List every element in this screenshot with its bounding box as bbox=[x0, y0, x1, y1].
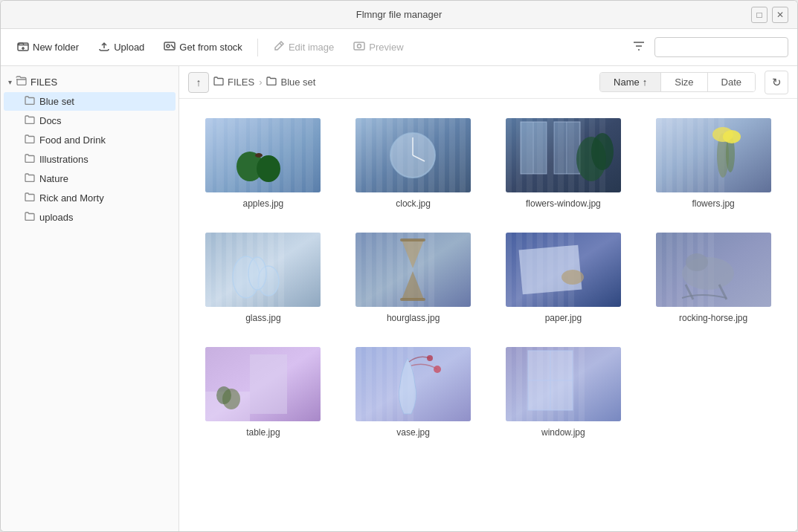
file-item-table[interactable]: table.jpg bbox=[197, 343, 329, 442]
folder-icon-illustrations bbox=[25, 154, 35, 165]
folder-icon-root bbox=[16, 76, 27, 88]
svg-point-125 bbox=[427, 355, 433, 361]
file-name-glass: glass.jpg bbox=[245, 313, 280, 323]
file-name-clock: clock.jpg bbox=[396, 198, 431, 209]
svg-rect-69 bbox=[226, 233, 232, 307]
file-item-hourglass[interactable]: hourglass.jpg bbox=[347, 228, 480, 328]
new-folder-button[interactable]: New folder bbox=[10, 36, 86, 59]
close-button[interactable]: ✕ bbox=[772, 7, 788, 23]
titlebar: Flmngr file manager □ ✕ bbox=[1, 1, 797, 29]
svg-rect-86 bbox=[428, 233, 434, 307]
svg-rect-81 bbox=[376, 233, 382, 307]
breadcrumb-root-label: FILES bbox=[228, 77, 254, 88]
svg-rect-23 bbox=[355, 118, 361, 192]
svg-rect-120 bbox=[376, 347, 382, 421]
svg-rect-17 bbox=[295, 118, 302, 192]
svg-point-4 bbox=[167, 45, 170, 48]
preview-label: Preview bbox=[369, 42, 403, 53]
svg-rect-56 bbox=[666, 118, 672, 192]
upload-button[interactable]: Upload bbox=[91, 36, 152, 59]
svg-rect-68 bbox=[216, 233, 222, 307]
svg-rect-32 bbox=[449, 118, 455, 192]
refresh-button[interactable]: ↻ bbox=[765, 71, 788, 94]
sidebar-item-label-food-and-drink: Food and Drink bbox=[39, 134, 106, 146]
sidebar-item-docs[interactable]: Docs bbox=[4, 111, 176, 130]
sort-size-label: Size bbox=[675, 77, 693, 88]
file-thumb-apples bbox=[205, 118, 321, 192]
file-item-window[interactable]: window.jpg bbox=[498, 343, 630, 442]
svg-point-21 bbox=[255, 153, 263, 158]
svg-rect-80 bbox=[366, 233, 372, 307]
sidebar-item-uploads[interactable]: uploads bbox=[4, 208, 176, 227]
sidebar: ▾ FILES Blue set Docs Food and Drink Ill… bbox=[1, 66, 179, 531]
file-item-vase[interactable]: vase.jpg bbox=[347, 343, 480, 442]
svg-rect-59 bbox=[698, 118, 704, 192]
upload-label: Upload bbox=[114, 42, 144, 53]
file-thumb-glass bbox=[205, 233, 321, 307]
file-item-rocking-horse[interactable]: rocking-horse.jpg bbox=[647, 228, 779, 328]
svg-rect-127 bbox=[506, 347, 512, 421]
file-name-paper: paper.jpg bbox=[545, 313, 582, 323]
sidebar-root-label: FILES bbox=[30, 77, 57, 88]
new-folder-icon bbox=[17, 40, 29, 54]
svg-point-20 bbox=[257, 155, 280, 182]
sort-name-button[interactable]: Name ↑ bbox=[600, 73, 661, 91]
file-item-clock[interactable]: clock.jpg bbox=[347, 114, 480, 213]
file-name-rocking-horse: rocking-horse.jpg bbox=[679, 313, 747, 323]
file-item-apples[interactable]: apples.jpg bbox=[197, 114, 329, 213]
sidebar-item-illustrations[interactable]: Illustrations bbox=[4, 150, 176, 169]
file-thumb-hourglass bbox=[355, 233, 471, 307]
sidebar-item-label-uploads: uploads bbox=[39, 212, 74, 223]
svg-rect-102 bbox=[656, 233, 662, 307]
svg-rect-118 bbox=[355, 347, 361, 421]
sidebar-item-food-and-drink[interactable]: Food and Drink bbox=[4, 131, 176, 149]
preview-button[interactable]: Preview bbox=[346, 36, 411, 59]
sidebar-item-blue-set[interactable]: Blue set bbox=[4, 92, 176, 111]
folder-icon-current bbox=[266, 77, 277, 88]
svg-rect-103 bbox=[666, 233, 672, 307]
toolbar-separator-1 bbox=[257, 39, 258, 56]
file-item-flowers[interactable]: flowers.jpg bbox=[647, 114, 779, 213]
file-thumb-clock bbox=[355, 118, 471, 192]
sort-date-button[interactable]: Date bbox=[708, 73, 755, 91]
svg-rect-55 bbox=[656, 118, 662, 192]
svg-point-77 bbox=[248, 257, 266, 290]
svg-rect-11 bbox=[228, 118, 235, 192]
file-item-flowers-window[interactable]: flowers-window.jpg bbox=[498, 114, 630, 213]
get-from-stock-button[interactable]: Get from stock bbox=[156, 36, 250, 59]
edit-icon bbox=[273, 40, 285, 54]
breadcrumb-current-folder[interactable]: Blue set bbox=[266, 77, 315, 88]
sidebar-root-files[interactable]: ▾ FILES bbox=[1, 72, 178, 91]
breadcrumb-files[interactable]: FILES bbox=[213, 77, 254, 88]
svg-rect-90 bbox=[400, 298, 425, 301]
folder-icon-uploads bbox=[25, 212, 35, 223]
sidebar-item-label-blue-set: Blue set bbox=[39, 96, 74, 107]
file-item-paper[interactable]: paper.jpg bbox=[498, 228, 630, 328]
search-input[interactable] bbox=[654, 37, 788, 57]
edit-image-button[interactable]: Edit image bbox=[266, 36, 341, 59]
svg-line-5 bbox=[280, 43, 282, 45]
svg-rect-92 bbox=[506, 233, 512, 307]
file-item-glass[interactable]: glass.jpg bbox=[197, 228, 329, 328]
svg-point-109 bbox=[686, 253, 708, 271]
sidebar-item-nature[interactable]: Nature bbox=[4, 169, 176, 188]
file-thumb-flowers bbox=[656, 118, 771, 192]
sort-size-button[interactable]: Size bbox=[661, 73, 707, 91]
file-name-vase: vase.jpg bbox=[396, 427, 430, 438]
up-button[interactable]: ↑ bbox=[188, 72, 209, 93]
file-thumb-paper bbox=[506, 233, 621, 307]
svg-point-7 bbox=[358, 45, 361, 48]
maximize-button[interactable]: □ bbox=[751, 7, 768, 23]
svg-rect-58 bbox=[687, 118, 693, 192]
svg-point-53 bbox=[591, 133, 614, 170]
file-name-flowers-window: flowers-window.jpg bbox=[526, 198, 601, 209]
svg-rect-119 bbox=[366, 347, 372, 421]
pathbar: ↑ FILES › Blue set Name bbox=[179, 66, 797, 99]
svg-rect-67 bbox=[205, 233, 211, 307]
edit-image-label: Edit image bbox=[289, 42, 334, 53]
svg-rect-104 bbox=[677, 233, 683, 307]
sidebar-item-rick-and-morty[interactable]: Rick and Morty bbox=[4, 189, 176, 207]
svg-rect-99 bbox=[518, 245, 582, 295]
filter-icon bbox=[632, 39, 646, 56]
svg-rect-83 bbox=[397, 233, 403, 307]
